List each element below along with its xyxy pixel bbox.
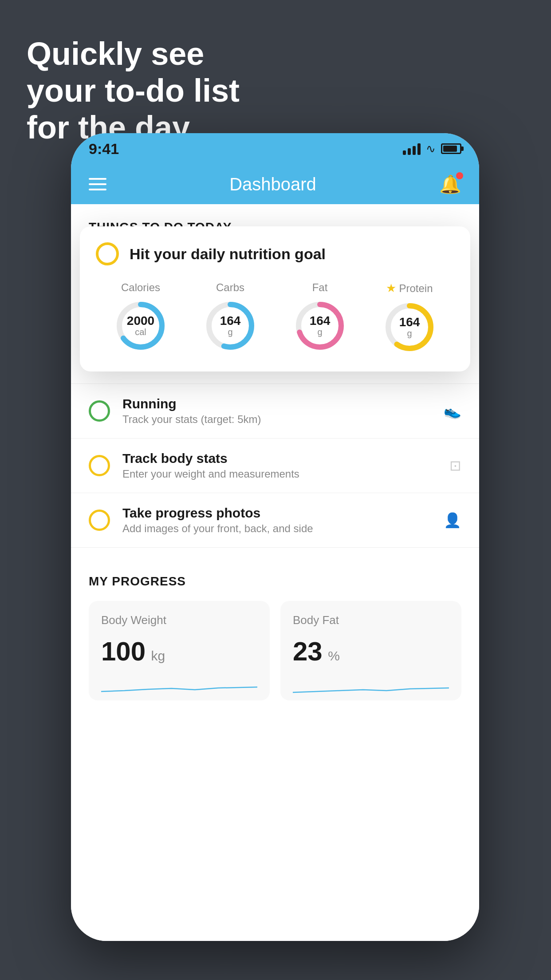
phone-shell: 9:41 ∿ Dashboard 🔔 THINGS TO DO TODAY [71, 133, 479, 941]
todo-item-photos[interactable]: Take progress photos Add images of your … [71, 493, 479, 548]
nutrition-card[interactable]: Hit your daily nutrition goal Calories 2… [80, 226, 470, 371]
nutrition-status-circle [96, 242, 119, 265]
status-icons: ∿ [403, 142, 461, 156]
body-stats-status-circle [89, 455, 110, 476]
wifi-icon: ∿ [426, 142, 436, 156]
app-header: Dashboard 🔔 [71, 164, 479, 204]
status-time: 9:41 [89, 140, 119, 158]
portrait-icon: 👤 [444, 512, 461, 529]
notification-bell-icon[interactable]: 🔔 [439, 174, 461, 195]
headline: Quickly see your to-do list for the day. [27, 36, 240, 146]
battery-icon [441, 143, 461, 154]
nutrition-card-title: Hit your daily nutrition goal [96, 242, 454, 265]
fat-donut: 164 g [293, 299, 346, 352]
signal-icon [403, 142, 421, 155]
running-title: Running [122, 396, 431, 411]
body-fat-label: Body Fat [293, 613, 449, 627]
protein-label: ★ Protein [386, 281, 433, 295]
hamburger-menu[interactable] [89, 178, 106, 190]
macro-calories: Calories 2000 cal [114, 281, 167, 352]
running-subtitle: Track your stats (target: 5km) [122, 413, 431, 426]
body-weight-value: 100 [101, 636, 146, 666]
body-weight-card[interactable]: Body Weight 100 kg [89, 601, 270, 700]
body-weight-label: Body Weight [101, 613, 257, 627]
progress-title: MY PROGRESS [89, 574, 461, 589]
body-fat-chart [293, 674, 449, 700]
protein-donut: 164 g [383, 300, 436, 354]
photos-status-circle [89, 510, 110, 531]
body-stats-subtitle: Enter your weight and measurements [122, 468, 437, 480]
macro-protein: ★ Protein 164 g [383, 281, 436, 354]
todo-item-body-stats[interactable]: Track body stats Enter your weight and m… [71, 439, 479, 493]
todo-item-running[interactable]: Running Track your stats (target: 5km) 👟 [71, 384, 479, 439]
progress-cards: Body Weight 100 kg Body Fat 23 [89, 601, 461, 700]
body-fat-unit: % [328, 648, 340, 663]
calories-donut: 2000 cal [114, 299, 167, 352]
todo-list: Running Track your stats (target: 5km) 👟… [71, 383, 479, 548]
carbs-donut: 164 g [204, 299, 257, 352]
body-weight-chart [101, 674, 257, 700]
calories-label: Calories [121, 281, 160, 294]
notification-dot [456, 172, 463, 179]
nutrition-macros: Calories 2000 cal Carbs [96, 281, 454, 354]
nutrition-title: Hit your daily nutrition goal [130, 245, 326, 263]
star-icon: ★ [386, 281, 396, 295]
body-weight-unit: kg [151, 648, 165, 663]
header-title: Dashboard [229, 174, 316, 194]
macro-carbs: Carbs 164 g [204, 281, 257, 352]
running-icon: 👟 [444, 403, 461, 419]
status-bar: 9:41 ∿ [71, 133, 479, 164]
fat-label: Fat [312, 281, 328, 294]
carbs-label: Carbs [216, 281, 244, 294]
body-fat-value: 23 [293, 636, 323, 666]
body-fat-card[interactable]: Body Fat 23 % [280, 601, 461, 700]
progress-section: MY PROGRESS Body Weight 100 kg [71, 557, 479, 700]
photos-title: Take progress photos [122, 506, 431, 521]
body-stats-title: Track body stats [122, 451, 437, 466]
running-status-circle [89, 400, 110, 422]
macro-fat: Fat 164 g [293, 281, 346, 352]
photos-subtitle: Add images of your front, back, and side [122, 522, 431, 535]
scale-icon: ⊡ [449, 457, 461, 474]
app-content: THINGS TO DO TODAY Hit your daily nutrit… [71, 204, 479, 941]
